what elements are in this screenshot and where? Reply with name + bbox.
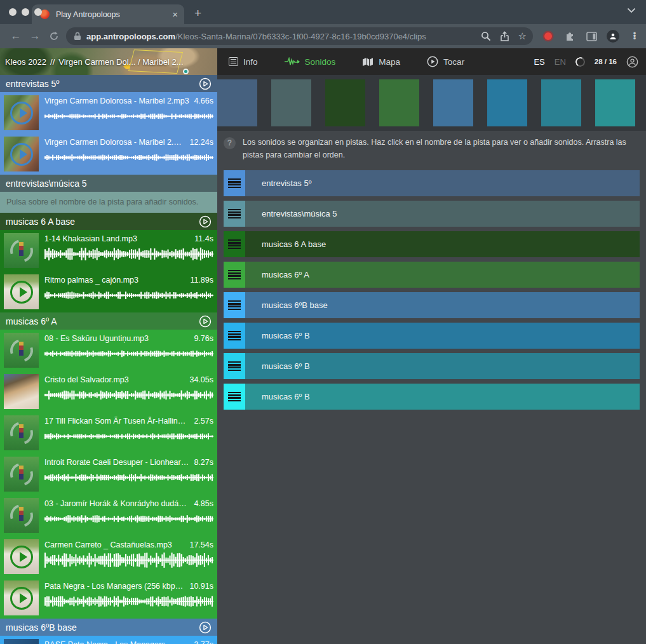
clip-thumbnail[interactable]: [4, 95, 39, 130]
back-button[interactable]: ←: [6, 30, 25, 43]
clip-play-overlay-icon[interactable]: [6, 459, 37, 490]
section-play-button[interactable]: [199, 215, 212, 228]
sidebar-section-title[interactable]: musicas 6ºB base: [6, 622, 199, 633]
maximize-window-button[interactable]: [34, 8, 42, 16]
breadcrumb-project[interactable]: Kleos 2022: [5, 57, 46, 67]
tab-sonidos[interactable]: Sonidos: [285, 57, 336, 67]
sidebar-section-header[interactable]: entrevistas\música 5: [0, 175, 217, 192]
clip-waveform[interactable]: [44, 511, 213, 527]
track-drag-handle[interactable]: [224, 170, 245, 196]
sidebar-section-title[interactable]: musicas 6º A: [6, 316, 199, 326]
track-drag-handle[interactable]: [224, 292, 245, 318]
clip-thumbnail[interactable]: [4, 415, 39, 450]
tab-info[interactable]: Info: [229, 57, 258, 67]
track-row-label[interactable]: musicas 6º B: [245, 384, 640, 410]
score-tile[interactable]: [325, 79, 365, 126]
clip-thumbnail[interactable]: [4, 498, 39, 533]
audio-clip[interactable]: 08 - Es Sakūru Uguntiņu.mp3 9.76s: [0, 330, 217, 371]
extensions-puzzle-icon[interactable]: [563, 30, 576, 42]
track-drag-handle[interactable]: [224, 262, 245, 288]
account-icon[interactable]: [626, 56, 638, 68]
audio-clip[interactable]: Cristo del Salvador.mp3 34.05s: [0, 371, 217, 412]
clip-play-overlay-icon[interactable]: [10, 143, 33, 166]
track-row[interactable]: entrevistas\música 5: [224, 201, 640, 227]
clip-play-overlay-icon[interactable]: [10, 102, 33, 124]
profile-avatar[interactable]: [607, 30, 619, 43]
track-drag-handle[interactable]: [224, 353, 245, 379]
audio-clip[interactable]: Introit Rorate Caeli Desuper - Lionheart…: [0, 453, 217, 495]
sidebar-section-title[interactable]: entrevistas\música 5: [6, 178, 212, 189]
track-row[interactable]: musicas 6º B: [224, 353, 640, 379]
track-row-label[interactable]: entrevistas\música 5: [245, 201, 640, 227]
clip-thumbnail[interactable]: [4, 233, 39, 268]
score-tile[interactable]: [541, 79, 581, 126]
clip-play-overlay-icon[interactable]: [6, 235, 37, 266]
clip-play-overlay-icon[interactable]: [10, 546, 33, 568]
track-row[interactable]: musicas 6º A: [224, 262, 640, 288]
lang-en-button[interactable]: EN: [555, 57, 566, 67]
track-row-label[interactable]: musicas 6º B: [245, 323, 640, 349]
score-tile[interactable]: [595, 79, 635, 126]
clip-waveform[interactable]: [44, 552, 213, 568]
audio-clip[interactable]: Virgen Carmen Dolorosa - Maribel 2.mp3 4…: [0, 92, 217, 133]
score-tile[interactable]: [433, 79, 473, 126]
browser-tab[interactable]: Play Antropoloops ×: [32, 4, 184, 24]
track-row[interactable]: musicas 6º B: [224, 384, 640, 410]
clip-thumbnail[interactable]: [4, 580, 39, 615]
audio-clip[interactable]: BASE Pata Negra - Los Managers 3.77s: [0, 636, 217, 644]
score-tile[interactable]: [379, 79, 419, 126]
score-tile[interactable]: [487, 79, 527, 126]
tab-mapa[interactable]: Mapa: [362, 57, 400, 67]
clip-waveform[interactable]: [44, 593, 213, 610]
clip-thumbnail[interactable]: [4, 539, 39, 574]
clip-thumbnail[interactable]: [4, 333, 39, 368]
clip-waveform[interactable]: [44, 428, 213, 445]
breadcrumb[interactable]: Kleos 2022//Virgen Carmen Dol... / Marib…: [5, 57, 187, 67]
record-extension-icon[interactable]: [542, 32, 555, 40]
close-window-button[interactable]: [9, 8, 17, 16]
track-row-label[interactable]: musicas 6º A: [245, 262, 640, 288]
tab-close-icon[interactable]: ×: [172, 9, 178, 20]
track-row-label[interactable]: musicas 6º B: [245, 353, 640, 379]
section-play-button[interactable]: [199, 621, 212, 634]
audio-clip[interactable]: 03 - Jaromír Horák & Konrádyho dudácká .…: [0, 495, 217, 536]
score-tile[interactable]: [217, 79, 257, 126]
new-tab-button[interactable]: +: [194, 6, 201, 20]
clip-play-overlay-icon[interactable]: [6, 417, 37, 448]
browser-menu-icon[interactable]: •••: [628, 32, 641, 40]
clip-waveform[interactable]: [44, 246, 213, 262]
track-row-label[interactable]: musicas 6 A base: [245, 231, 640, 257]
score-tile[interactable]: [271, 79, 311, 126]
track-row[interactable]: musicas 6ºB base: [224, 292, 640, 318]
clip-waveform[interactable]: [44, 345, 213, 362]
audio-clip[interactable]: Ritmo palmas _ cajón.mp3 11.89s: [0, 271, 217, 312]
clip-thumbnail[interactable]: [4, 639, 39, 644]
track-drag-handle[interactable]: [224, 384, 245, 410]
clip-play-overlay-icon[interactable]: [6, 500, 37, 531]
clip-thumbnail[interactable]: [4, 374, 39, 409]
clip-play-overlay-icon[interactable]: [6, 335, 37, 366]
audio-clip[interactable]: Pata Negra - Los Managers (256 kbps).mp3…: [0, 577, 217, 619]
lang-es-button[interactable]: ES: [534, 57, 544, 67]
track-row[interactable]: entrevistas 5º: [224, 170, 640, 196]
audio-clip[interactable]: Virgen Carmen Dolorosa - Maribel 2.mp3 1…: [0, 133, 217, 175]
address-bar[interactable]: app.antropoloops.com/Kleos-Santa-Marina/…: [66, 27, 533, 45]
tab-tocar[interactable]: Tocar: [427, 56, 464, 67]
clip-play-overlay-icon[interactable]: [10, 587, 33, 610]
audio-clip[interactable]: 1-14 Khakasian Land.mp3 11.4s: [0, 230, 217, 271]
track-drag-handle[interactable]: [224, 201, 245, 227]
reload-button[interactable]: [44, 31, 64, 41]
section-play-button[interactable]: [199, 77, 212, 90]
side-panel-icon[interactable]: [585, 32, 598, 41]
clip-waveform[interactable]: [44, 108, 213, 124]
zoom-icon[interactable]: [481, 31, 491, 41]
clip-waveform[interactable]: [44, 387, 213, 403]
sidebar-section-header[interactable]: musicas 6ºB base: [0, 619, 217, 636]
track-row[interactable]: musicas 6º B: [224, 323, 640, 349]
share-icon[interactable]: [500, 31, 509, 42]
clip-thumbnail[interactable]: [4, 137, 39, 171]
clip-thumbnail[interactable]: [4, 457, 39, 492]
clip-play-overlay-icon[interactable]: [10, 281, 33, 304]
track-drag-handle[interactable]: [224, 231, 245, 257]
forward-button[interactable]: →: [25, 30, 44, 43]
